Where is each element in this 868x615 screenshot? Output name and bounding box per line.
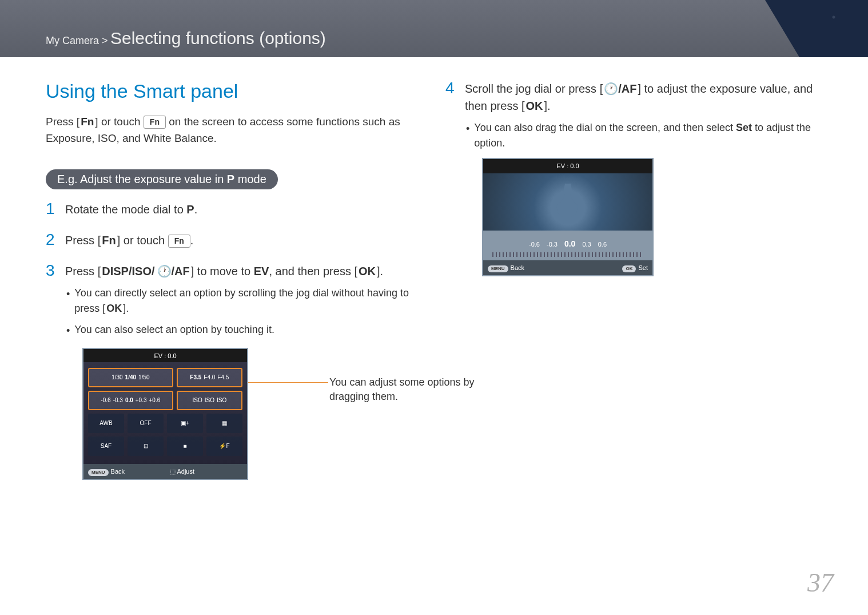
bullet-dot-icon: • [66, 323, 70, 339]
page-header: My Camera > Selecting functions (options… [0, 0, 868, 57]
step-3: 3 Press [DISP/ISO/🕐/AF] to move to EV, a… [46, 263, 423, 480]
smart-panel-screenshot: EV : 0.0 1/301/401/50 F3.5F4.0F4.5 [82, 348, 248, 480]
timer-af-icon: 🕐/AF [603, 80, 638, 97]
tick-marks [492, 252, 643, 257]
breadcrumb-prefix: My Camera > [46, 35, 108, 46]
ok-chip-icon: OK [622, 265, 636, 272]
shutter-slider[interactable]: 1/301/401/50 [88, 368, 173, 387]
bullet-item: • You can also drag the dial on the scre… [466, 120, 822, 151]
header-decoration [696, 0, 868, 57]
fn-screen-button: Fn [144, 116, 166, 129]
ev-slider[interactable]: -0.6-0.30.0+0.3+0.6 [88, 391, 173, 410]
step-number: 4 [445, 80, 455, 96]
step-number: 2 [46, 232, 55, 248]
aperture-slider[interactable]: F3.5F4.0F4.5 [177, 368, 242, 387]
step-number: 3 [46, 263, 55, 279]
fn-screen-button: Fn [168, 235, 190, 248]
step-number: 1 [46, 201, 55, 217]
breadcrumb: My Camera > Selecting functions (options… [46, 29, 326, 48]
ev-adjust-screenshot: EV : 0.0 -0.6 -0.3 0.0 0.3 0.6 [482, 158, 654, 276]
subject-silhouette [554, 184, 582, 224]
callout-text: You can adjust some options by dragging … [329, 375, 478, 404]
af-mode-button[interactable]: SAF [88, 437, 124, 456]
bullet-dot-icon: • [466, 121, 469, 151]
flash-button[interactable]: ⚡F [206, 437, 242, 456]
timer-af-icon: 🕐/AF [156, 263, 191, 280]
wb-button[interactable]: AWB [88, 414, 124, 433]
step-1: 1 Rotate the mode dial to P. [46, 201, 423, 218]
nav-keys-icon: DISP/ISO/ [101, 263, 156, 280]
adjust-action[interactable]: ⬚ Adjust [165, 464, 247, 479]
callout-line [248, 382, 328, 383]
adjust-icon: ⬚ [170, 468, 176, 475]
back-action[interactable]: MENUBack [483, 260, 568, 276]
example-heading: E.g. Adjust the exposure value in P mode [46, 169, 278, 189]
preview-image [483, 173, 652, 231]
menu-chip-icon: MENU [488, 265, 508, 272]
bullet-dot-icon: • [66, 287, 70, 316]
mode-p-icon: P [186, 203, 194, 216]
fn-key-icon: Fn [101, 232, 117, 249]
breadcrumb-title: Selecting functions (options) [110, 29, 326, 47]
ok-key-icon: OK [357, 263, 377, 280]
step-4: 4 Scroll the jog dial or press [🕐/AF] to… [445, 80, 822, 276]
page-number: 37 [807, 568, 834, 598]
step-2: 2 Press [Fn] or touch Fn. [46, 232, 423, 249]
set-action[interactable]: OKSet [568, 260, 652, 276]
option-button[interactable]: ⊡ [128, 437, 164, 456]
iso-slider[interactable]: ISOISOISO [177, 391, 242, 410]
ok-key-icon: OK [105, 301, 123, 316]
ss-title: EV : 0.0 [83, 349, 247, 363]
intro-text: Press [Fn] or touch Fn on the screen to … [46, 114, 423, 146]
ok-key-icon: OK [525, 97, 544, 114]
option-button[interactable]: ■ [167, 437, 203, 456]
option-button[interactable]: ▣+ [167, 414, 203, 433]
ev-dial[interactable]: -0.6 -0.3 0.0 0.3 0.6 [483, 231, 652, 260]
section-title: Using the Smart panel [46, 80, 423, 102]
ss-title: EV : 0.0 [483, 159, 652, 173]
bullet-item: • You can also select an option by touch… [66, 322, 423, 339]
bullet-item: • You can directly select an option by s… [66, 285, 423, 316]
fn-key-icon: Fn [79, 114, 95, 130]
option-button[interactable]: ▦ [206, 414, 242, 433]
back-action[interactable]: MENUBack [83, 464, 165, 479]
menu-chip-icon: MENU [88, 469, 109, 476]
off-button[interactable]: OFF [128, 414, 164, 433]
